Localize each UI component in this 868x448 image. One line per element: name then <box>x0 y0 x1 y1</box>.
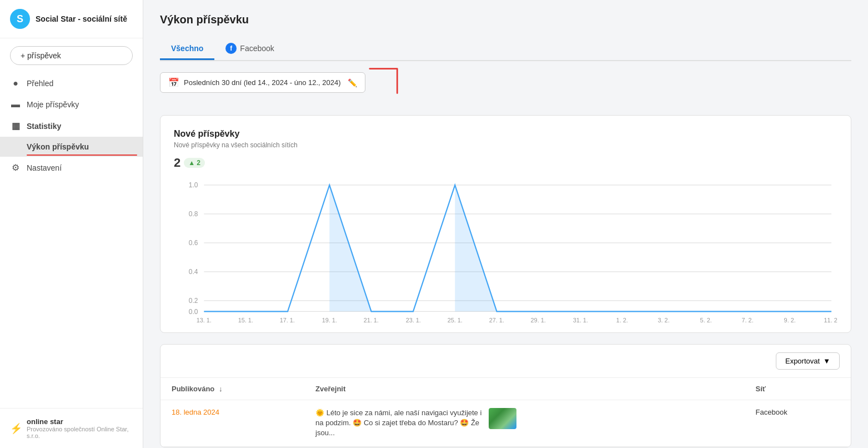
svg-text:25. 1.: 25. 1. <box>448 317 463 323</box>
add-post-label: + příspěvek <box>21 51 61 60</box>
table-card: Exportovat ▼ Publikováno ↓ Zveřejnit Síť <box>160 344 851 447</box>
chart-stat-value: 2 <box>174 156 180 170</box>
svg-text:27. 1.: 27. 1. <box>489 317 504 323</box>
sidebar-footer: ⚡ online star Provozováno společností On… <box>0 408 143 448</box>
chart-subtitle: Nové příspěvky na všech sociálních sítíc… <box>174 141 837 149</box>
chart-stat-badge: ▲ 2 <box>184 158 205 168</box>
svg-text:23. 1.: 23. 1. <box>406 317 421 323</box>
tab-facebook[interactable]: f Facebook <box>214 37 285 61</box>
badge-value: 2 <box>197 159 200 167</box>
prehled-icon: ● <box>10 78 21 88</box>
svg-text:7. 2.: 7. 2. <box>742 317 754 323</box>
app-logo: S <box>10 9 30 29</box>
sidebar-item-nastaveni[interactable]: ⚙ Nastavení <box>0 157 143 178</box>
sidebar: S Social Star - sociální sítě + příspěve… <box>0 0 143 448</box>
footer-brand: ⚡ online star Provozováno společností On… <box>10 417 133 439</box>
statistiky-label: Statistiky <box>27 122 61 131</box>
svg-text:15. 1.: 15. 1. <box>238 317 253 323</box>
tab-vsechno-label: Všechno <box>171 44 203 53</box>
post-preview: 🌞 Léto je sice za námi, ale naší navigac… <box>315 408 734 439</box>
moje-prispevky-label: Moje příspěvky <box>27 100 79 109</box>
calendar-icon: 📅 <box>168 77 179 88</box>
export-dropdown-icon: ▼ <box>823 357 830 365</box>
svg-text:29. 1.: 29. 1. <box>531 317 546 323</box>
vykon-prispevku-label: Výkon příspěvku <box>27 142 89 151</box>
svg-text:13. 1.: 13. 1. <box>197 317 212 323</box>
export-label: Exportovat <box>785 357 820 365</box>
network-label: Facebook <box>756 408 787 416</box>
post-date-link[interactable]: 18. ledna 2024 <box>172 408 219 416</box>
svg-text:1.0: 1.0 <box>189 181 198 189</box>
app-title: Social Star - sociální sítě <box>36 14 127 23</box>
edit-icon: ✏️ <box>348 78 357 87</box>
svg-text:0.8: 0.8 <box>189 210 198 218</box>
statistiky-icon: ▦ <box>10 121 21 131</box>
post-thumbnail <box>489 408 516 429</box>
svg-text:0.4: 0.4 <box>189 268 198 276</box>
red-annotation <box>365 66 402 96</box>
svg-text:3. 2.: 3. 2. <box>658 317 670 323</box>
facebook-icon: f <box>225 43 237 54</box>
chart-title: Nové příspěvky <box>174 129 837 139</box>
tab-bar: Všechno f Facebook <box>160 37 851 61</box>
footer-brand-name: online star <box>27 417 133 426</box>
brand-icon: ⚡ <box>10 422 22 435</box>
svg-text:19. 1.: 19. 1. <box>322 317 337 323</box>
logo-letter: S <box>17 13 23 25</box>
export-button[interactable]: Exportovat ▼ <box>776 352 840 370</box>
moje-prispevky-icon: ▬ <box>10 99 21 109</box>
sidebar-item-moje-prispevky[interactable]: ▬ Moje příspěvky <box>0 94 143 115</box>
svg-text:11. 2.: 11. 2. <box>824 317 837 323</box>
main-content: Výkon příspěvku Všechno f Facebook 📅 Pos… <box>143 0 868 448</box>
post-text: 🌞 Léto je sice za námi, ale naší navigac… <box>315 408 482 439</box>
nastaveni-icon: ⚙ <box>10 162 21 173</box>
page-title: Výkon příspěvku <box>160 13 851 26</box>
nastaveni-label: Nastavení <box>27 163 62 172</box>
sidebar-item-prehled[interactable]: ● Přehled <box>0 73 143 94</box>
tab-vsechno[interactable]: Všechno <box>160 38 214 60</box>
chart-line <box>204 185 831 311</box>
badge-arrow: ▲ <box>188 159 195 167</box>
sidebar-header: S Social Star - sociální sítě <box>0 0 143 38</box>
svg-text:17. 1.: 17. 1. <box>280 317 295 323</box>
posts-table: Publikováno ↓ Zveřejnit Síť 18. ledna 20… <box>160 378 851 447</box>
svg-text:9. 2.: 9. 2. <box>784 317 796 323</box>
svg-text:21. 1.: 21. 1. <box>364 317 379 323</box>
chart-area: 1.0 0.8 0.6 0.4 0.2 0.0 13. 1. 15. 1. 17… <box>174 179 837 323</box>
col-sit: Síť <box>745 378 851 400</box>
underline-annotation <box>27 155 137 156</box>
sidebar-nav: ● Přehled ▬ Moje příspěvky ▦ Statistiky … <box>0 73 143 178</box>
chart-svg: 1.0 0.8 0.6 0.4 0.2 0.0 13. 1. 15. 1. 17… <box>174 179 837 323</box>
table-toolbar: Exportovat ▼ <box>160 345 851 378</box>
sidebar-item-statistiky[interactable]: ▦ Statistiky <box>0 115 143 137</box>
svg-text:0.0: 0.0 <box>189 308 198 316</box>
date-filter-label: Posledních 30 dní (led 14., 2024 - úno 1… <box>184 78 341 87</box>
sort-icon: ↓ <box>219 385 223 393</box>
chart-card: Nové příspěvky Nové příspěvky na všech s… <box>160 115 851 333</box>
tab-facebook-label: Facebook <box>240 44 274 53</box>
footer-text: online star Provozováno společností Onli… <box>27 417 133 439</box>
svg-text:0.2: 0.2 <box>189 297 198 305</box>
footer-powered: Provozováno společností Online Star, s.r… <box>27 426 133 439</box>
col-publikovano: Publikováno ↓ <box>160 378 304 400</box>
prehled-label: Přehled <box>27 79 53 88</box>
chart-stat: 2 ▲ 2 <box>174 156 837 170</box>
date-filter-button[interactable]: 📅 Posledních 30 dní (led 14., 2024 - úno… <box>160 72 365 93</box>
add-post-button[interactable]: + příspěvek <box>10 46 133 65</box>
svg-text:0.6: 0.6 <box>189 239 198 247</box>
svg-text:31. 1.: 31. 1. <box>573 317 588 323</box>
table-row: 18. ledna 2024 🌞 Léto je sice za námi, a… <box>160 400 851 447</box>
sidebar-item-vykon-prispevku[interactable]: Výkon příspěvku <box>0 137 143 157</box>
chart-fill <box>204 185 831 311</box>
col-zverejnit: Zveřejnit <box>304 378 745 400</box>
svg-text:1. 2.: 1. 2. <box>616 317 628 323</box>
svg-text:5. 2.: 5. 2. <box>700 317 712 323</box>
